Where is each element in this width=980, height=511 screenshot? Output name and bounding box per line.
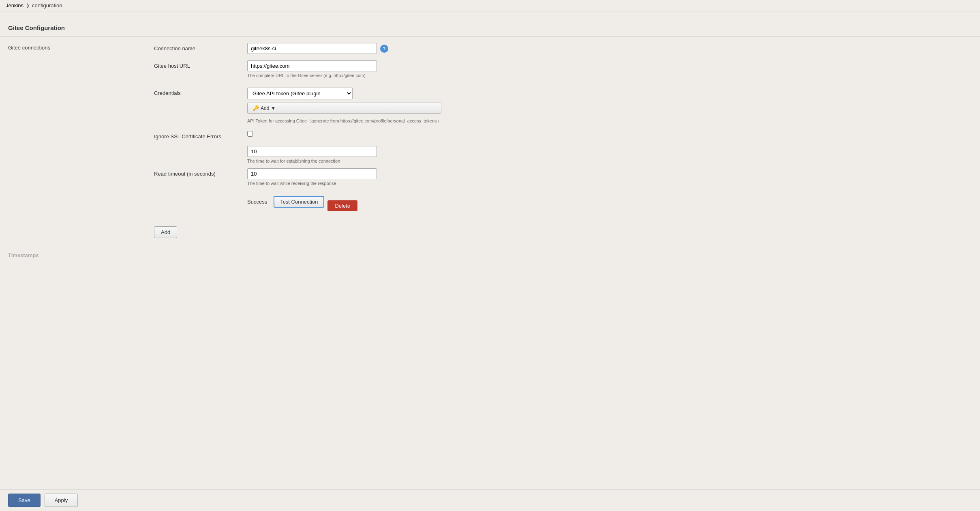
connection-name-input-wrap: ? — [247, 43, 972, 54]
connection-name-label: Connection name — [154, 43, 247, 52]
apply-button[interactable]: Apply — [45, 494, 78, 507]
connection-name-row: Connection name ? — [154, 43, 972, 54]
connection-status: Success — [247, 199, 267, 205]
section-title: Gitee Configuration — [0, 19, 980, 36]
timestamps-section-partial: Timestamps — [0, 248, 980, 258]
ignore-ssl-row: Ignore SSL Certificate Errors — [154, 131, 972, 140]
read-timeout-input[interactable] — [247, 168, 377, 179]
credentials-select[interactable]: Gitee API token (Gitee plugin — [247, 88, 353, 99]
add-connection-wrap: Add — [154, 219, 972, 241]
breadcrumb-home[interactable]: Jenkins — [6, 2, 24, 9]
delete-button[interactable]: Delete — [327, 200, 357, 211]
connection-timeout-row: The time to wait for establishing the co… — [154, 146, 972, 167]
connection-timeout-label-empty — [154, 146, 247, 148]
gitee-host-input[interactable] — [247, 60, 377, 71]
credentials-helper: API Token for accessing Gitee（generate f… — [247, 118, 441, 124]
read-timeout-input-wrap: The time to wait while receiving the res… — [247, 168, 972, 189]
connection-name-input[interactable] — [247, 43, 377, 54]
bottom-toolbar: Save Apply — [0, 489, 980, 510]
credentials-label: Credentials — [154, 88, 247, 96]
connections-label: Gitee connections — [0, 43, 154, 241]
ignore-ssl-checkbox-wrap — [247, 131, 253, 137]
read-timeout-row: Read timeout (in seconds) The time to wa… — [154, 168, 972, 189]
read-timeout-helper: The time to wait while receiving the res… — [247, 180, 377, 187]
credentials-wrap: Gitee API token (Gitee plugin 🔑 Add ▼ AP… — [247, 88, 441, 124]
gitee-connections-block: Gitee connections Connection name ? Gite… — [0, 36, 980, 248]
status-label-empty — [154, 196, 247, 198]
credentials-input-wrap: Gitee API token (Gitee plugin 🔑 Add ▼ AP… — [247, 88, 972, 124]
ignore-ssl-input-wrap — [247, 131, 972, 137]
read-timeout-field-group: The time to wait while receiving the res… — [247, 168, 377, 187]
connection-timeout-field-group: The time to wait for establishing the co… — [247, 146, 377, 164]
credentials-select-row: Gitee API token (Gitee plugin — [247, 88, 441, 99]
save-button[interactable]: Save — [8, 494, 41, 507]
gitee-host-helper: The complete URL to the Gitee server (e.… — [247, 73, 377, 79]
gitee-host-label: Gitee host URL — [154, 60, 247, 69]
key-icon: 🔑 — [252, 105, 259, 111]
ignore-ssl-checkbox[interactable] — [247, 131, 253, 137]
breadcrumb-current: configuration — [32, 2, 62, 9]
read-timeout-label: Read timeout (in seconds) — [154, 168, 247, 177]
add-connection-button[interactable]: Add — [154, 226, 177, 238]
connection-timeout-helper: The time to wait for establishing the co… — [247, 158, 377, 164]
status-input-wrap: Success Test Connection Delete — [247, 196, 972, 213]
add-dropdown-icon: ▼ — [271, 105, 276, 111]
test-connection-button[interactable]: Test Connection — [274, 196, 324, 208]
connection-timeout-input-wrap: The time to wait for establishing the co… — [247, 146, 972, 167]
gitee-host-field-group: The complete URL to the Gitee server (e.… — [247, 60, 377, 79]
connections-fields: Connection name ? Gitee host URL The com… — [154, 43, 972, 241]
add-credentials-label: Add — [261, 105, 269, 111]
connection-name-help-icon[interactable]: ? — [380, 45, 388, 53]
ignore-ssl-label: Ignore SSL Certificate Errors — [154, 131, 247, 140]
add-credentials-button[interactable]: 🔑 Add ▼ — [247, 103, 441, 114]
connection-timeout-input[interactable] — [247, 146, 377, 157]
breadcrumb: Jenkins ❯ configuration — [0, 0, 980, 11]
status-row: Success Test Connection Delete — [154, 196, 972, 213]
status-and-test-row: Success Test Connection — [247, 196, 324, 208]
credentials-row: Credentials Gitee API token (Gitee plugi… — [154, 88, 972, 124]
gitee-host-input-wrap: The complete URL to the Gitee server (e.… — [247, 60, 972, 81]
gitee-host-row: Gitee host URL The complete URL to the G… — [154, 60, 972, 81]
delete-wrap: Delete — [327, 200, 357, 211]
breadcrumb-separator: ❯ — [26, 3, 30, 8]
main-content: Gitee Configuration Gitee connections Co… — [0, 11, 980, 510]
select-arrow-icon — [353, 88, 356, 92]
